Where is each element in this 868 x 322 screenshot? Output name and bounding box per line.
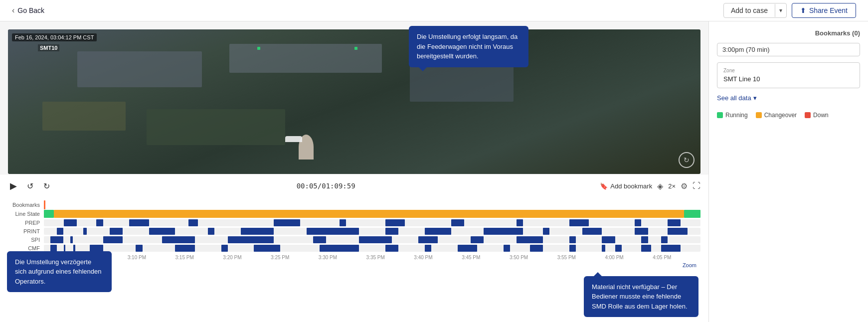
tl-row-linestate: Line State	[8, 210, 700, 218]
time-tick: 4:05 PM	[653, 255, 700, 260]
time-tick: 3:20 PM	[223, 255, 271, 260]
tl-row-print: PRINT	[8, 228, 700, 235]
layers-icon: ◈	[657, 181, 663, 191]
tl-track-linestate[interactable]	[44, 210, 700, 218]
share-event-label: Share Event	[809, 6, 848, 14]
go-back-link[interactable]: ‹ Go Back	[12, 6, 44, 15]
video-timestamp: Feb 16, 2024, 03:04:12 PM CST	[12, 33, 97, 41]
rewind-button[interactable]: ↺	[25, 180, 35, 192]
tl-label-bookmarks: Bookmarks	[8, 202, 44, 208]
legend-item-changeover: Changeover	[756, 112, 797, 119]
see-all-data-link[interactable]: See all data ▾	[717, 94, 860, 102]
page-wrapper: ‹ Go Back Add to case ▾ ⬆ Share Event	[0, 0, 868, 322]
tl-label-print: PRINT	[8, 228, 44, 234]
bookmark-icon: 🔖	[600, 182, 608, 190]
timeline-rows: Bookmarks Line State	[8, 201, 700, 252]
tl-track-spi[interactable]	[44, 236, 700, 243]
video-section: Feb 16, 2024, 03:04:12 PM CST SMT10 ↻	[8, 29, 700, 174]
zoom-link[interactable]: Zoom	[8, 262, 700, 268]
tl-track-bookmarks	[44, 201, 700, 208]
time-tick: 3:25 PM	[271, 255, 319, 260]
legend-item-running: Running	[717, 112, 748, 119]
tooltip-bottom-right: Material nicht verfügbar – Der Bediener …	[584, 276, 698, 318]
add-to-case-wrapper: Add to case ▾	[723, 3, 787, 18]
time-tick: 3:10 PM	[128, 255, 175, 260]
tl-row-spi: SPI	[8, 236, 700, 243]
legend-item-down: Down	[805, 112, 829, 119]
tl-label-cmf: CMF	[8, 245, 44, 251]
time-range-row	[717, 43, 860, 56]
add-to-case-button[interactable]: Add to case	[724, 3, 775, 17]
legend-label-running: Running	[725, 112, 748, 119]
tooltip-top-right-text: Die Umstellung erfolgt langsam, da die F…	[417, 33, 518, 60]
tooltip-top-right: Die Umstellung erfolgt langsam, da die F…	[409, 26, 528, 67]
add-bookmark-button[interactable]: 🔖 Add bookmark	[600, 182, 652, 190]
share-event-button[interactable]: ⬆ Share Event	[792, 3, 856, 18]
controls-bar: ▶ ↺ ↻ 00:05/01:09:59 🔖 Add bookmark ◈ 2×…	[0, 174, 708, 197]
settings-icon[interactable]: ⚙	[681, 181, 688, 191]
time-tick: 4:00 PM	[605, 255, 653, 260]
legend-label-down: Down	[813, 112, 829, 119]
bookmarks-row: Bookmarks (0)	[717, 29, 860, 37]
legend-row: Running Changeover Down	[717, 112, 860, 119]
time-range-input[interactable]	[717, 43, 860, 56]
go-back-label: Go Back	[17, 6, 44, 14]
legend-label-changeover: Changeover	[764, 112, 797, 119]
zoom-badge: 2×	[668, 182, 676, 190]
time-tick: 3:30 PM	[319, 255, 366, 260]
time-tick: 3:40 PM	[414, 255, 462, 260]
tooltip-bottom-left-text: Die Umstellung verzögerte sich aufgrund …	[15, 258, 101, 285]
top-bar-right: Add to case ▾ ⬆ Share Event	[723, 3, 856, 18]
forward-button[interactable]: ↻	[41, 180, 52, 192]
video-placeholder[interactable]	[8, 29, 700, 174]
zone-value: SMT Line 10	[723, 75, 854, 83]
play-button[interactable]: ▶	[8, 179, 19, 192]
tooltip-bottom-left: Die Umstellung verzögerte sich aufgrund …	[7, 251, 112, 293]
add-to-case-chevron-icon[interactable]: ▾	[775, 4, 786, 17]
fullscreen-icon[interactable]: ⛶	[693, 181, 700, 190]
add-bookmark-label: Add bookmark	[610, 182, 652, 190]
time-axis: 3:05 PM 3:10 PM 3:15 PM 3:20 PM 3:25 PM …	[8, 255, 700, 260]
zone-box: Zone SMT Line 10	[717, 62, 860, 88]
legend-dot-down	[805, 112, 811, 118]
zone-label: Zone	[723, 68, 854, 73]
tl-row-cmf: CMF	[8, 245, 700, 252]
tl-track-prep[interactable]	[44, 219, 700, 226]
smt-label: SMT10	[38, 44, 59, 51]
tl-label-linestate: Line State	[8, 211, 44, 217]
controls-right: 🔖 Add bookmark ◈ 2× ⚙ ⛶	[600, 181, 700, 191]
see-all-data-label: See all data	[717, 94, 751, 102]
share-icon: ⬆	[800, 6, 806, 14]
time-tick: 3:15 PM	[175, 255, 223, 260]
legend-dot-changeover	[756, 112, 762, 118]
legend-dot-running	[717, 112, 723, 118]
tl-label-prep: PREP	[8, 220, 44, 226]
right-panel: Bookmarks (0) Zone SMT Line 10 See all d…	[708, 21, 868, 322]
see-all-data-chevron: ▾	[753, 94, 757, 102]
tl-row-bookmarks: Bookmarks	[8, 201, 700, 208]
bookmarks-count: Bookmarks (0)	[815, 29, 860, 37]
tl-track-print[interactable]	[44, 228, 700, 235]
back-arrow-icon: ‹	[12, 6, 14, 15]
tl-track-cmf[interactable]	[44, 245, 700, 252]
time-tick: 3:55 PM	[557, 255, 605, 260]
time-tick: 3:35 PM	[366, 255, 414, 260]
time-display: 00:05/01:09:59	[58, 182, 594, 190]
time-tick: 3:50 PM	[510, 255, 557, 260]
tl-label-spi: SPI	[8, 237, 44, 243]
time-tick: 3:45 PM	[462, 255, 510, 260]
tooltip-bottom-right-text: Material nicht verfügbar – Der Bediener …	[592, 283, 688, 310]
top-bar: ‹ Go Back Add to case ▾ ⬆ Share Event	[0, 0, 868, 21]
tl-row-prep: PREP	[8, 219, 700, 226]
video-play-indicator: ↻	[679, 152, 694, 168]
